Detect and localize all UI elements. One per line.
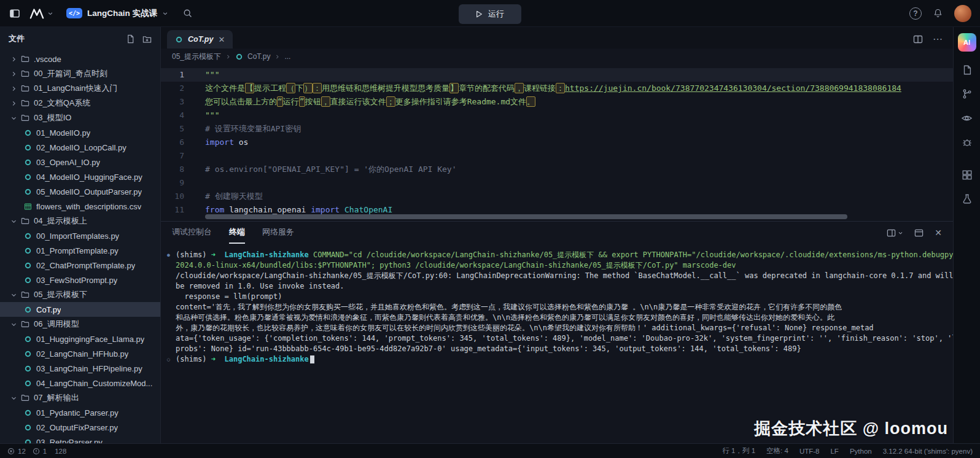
chevron-down-icon — [10, 319, 18, 329]
new-folder-icon[interactable] — [142, 34, 152, 44]
status-item[interactable]: Python — [850, 448, 872, 455]
line-number: 9 — [161, 176, 193, 190]
horizontal-scrollbar[interactable] — [205, 214, 847, 219]
project-selector[interactable]: </> LangChain 实战课 — [66, 8, 168, 19]
tree-file-item[interactable]: 02_ModelIO_LoopCall.py — [0, 140, 160, 155]
breadcrumb-item[interactable]: 05_提示模板下 — [172, 52, 221, 62]
notifications-bell-icon[interactable] — [933, 8, 943, 18]
status-item[interactable]: UTF-8 — [799, 448, 820, 455]
terminal-output[interactable]: ●(shims) ➜ LangChain-shizhanke COMMAND="… — [161, 244, 953, 443]
debug-bug-icon[interactable] — [962, 137, 973, 148]
git-branch-icon[interactable] — [962, 88, 973, 99]
status-item[interactable]: 3.12.2 64-bit ('shims': pyenv) — [883, 448, 973, 455]
panel-tabs: 调试控制台终端网络服务 — [172, 222, 294, 244]
help-icon[interactable]: ? — [909, 7, 922, 20]
tree-file-item[interactable]: 03_LangChain_HFPipeline.py — [0, 361, 160, 376]
split-editor-icon[interactable] — [913, 34, 923, 44]
tree-file-item[interactable]: 01_Pydantic_Parser.py — [0, 405, 160, 420]
toggle-sidebar-icon[interactable] — [9, 7, 21, 20]
file-name: 02_OutputFixParser.py — [36, 423, 118, 432]
maximize-panel-icon[interactable] — [914, 228, 924, 238]
tree-file-item[interactable]: 02_ChatPromptTemplate.py — [0, 258, 160, 273]
code-line[interactable]: 3您可以点击最上方的“运行”按钮，直接运行该文件；更多操作指引请参考Readme… — [161, 95, 953, 109]
search-icon[interactable] — [182, 8, 193, 18]
status-item[interactable]: 空格: 4 — [766, 446, 788, 456]
tree-folder-item[interactable]: 06_调用模型 — [0, 317, 160, 332]
panel-tab[interactable]: 网络服务 — [262, 222, 294, 244]
folder-icon — [20, 216, 30, 226]
panel-tab[interactable]: 调试控制台 — [172, 222, 212, 244]
play-icon — [476, 10, 483, 18]
terminal-line: ●(shims) ➜ LangChain-shizhanke COMMAND="… — [167, 250, 948, 260]
tree-file-item[interactable]: flowers_with_descriptions.csv — [0, 199, 160, 214]
breadcrumb-item[interactable]: ... — [284, 52, 290, 61]
python-file-icon — [23, 334, 33, 344]
code-line[interactable]: 6import os — [161, 136, 953, 149]
top-bar: </> LangChain 实战课 运行 ? — [0, 0, 980, 27]
tree-file-item[interactable]: 05_ModelIO_OutputParser.py — [0, 184, 160, 199]
close-tab-icon[interactable]: ✕ — [218, 36, 225, 44]
tree-folder-item[interactable]: 03_模型IO — [0, 111, 160, 125]
tree-file-item[interactable]: 03_FewShotPrompt.py — [0, 273, 160, 287]
code-line[interactable]: 5# 设置环境变量和API密钥 — [161, 122, 953, 136]
chevron-down-icon — [10, 393, 18, 403]
chevron-right-icon — [274, 54, 280, 60]
tree-file-item[interactable]: 00_ImportTemplates.py — [0, 228, 160, 243]
panel-layout-icon[interactable] — [887, 228, 903, 238]
tree-file-item[interactable]: 02_LangChain_HFHub.py — [0, 346, 160, 361]
tree-file-item[interactable]: 02_OutputFixParser.py — [0, 420, 160, 435]
tree-folder-item[interactable]: 02_文档QA系统 — [0, 96, 160, 111]
code-line[interactable]: 4""" — [161, 109, 953, 122]
tree-folder-item[interactable]: 07_解析输出 — [0, 390, 160, 405]
tree-file-item[interactable]: 04_LangChain_CustomizeMod... — [0, 376, 160, 390]
extensions-icon[interactable] — [962, 169, 973, 180]
watermark-text: 掘金技术社区 @ loomou — [754, 417, 948, 440]
terminal-line: ata={'token_usage': {'completion_tokens'… — [167, 333, 948, 344]
tree-folder-item[interactable]: 01_LangChain快速入门 — [0, 81, 160, 96]
breadcrumb-item[interactable]: CoT.py — [247, 52, 270, 61]
tree-folder-item[interactable]: 04_提示模板上 — [0, 214, 160, 228]
code-editor[interactable]: 1"""2这个文件是【提示工程（下）：用思维链和思维树提升模型思考质量】章节的配… — [161, 64, 953, 221]
folder-icon — [20, 290, 30, 300]
file-explorer-sidebar: 文件 .vscode00_开篇词_奇点时刻01_LangChain快速入门02_… — [0, 27, 161, 443]
test-flask-icon[interactable] — [962, 193, 973, 204]
code-line[interactable]: 7 — [161, 149, 953, 163]
tree-file-item[interactable]: 03_OpenAI_IO.py — [0, 155, 160, 169]
user-avatar[interactable] — [954, 5, 971, 22]
tree-file-item[interactable]: CoT.py — [0, 302, 160, 317]
ai-assistant-icon[interactable]: AI — [958, 33, 976, 52]
activity-bar: AI — [953, 27, 980, 443]
status-item[interactable]: 行 1，列 1 — [722, 446, 755, 456]
panel-tab[interactable]: 终端 — [229, 222, 245, 244]
tree-folder-item[interactable]: 00_开篇词_奇点时刻 — [0, 66, 160, 81]
tree-folder-item[interactable]: .vscode — [0, 52, 160, 66]
tree-file-item[interactable]: 01_ModelIO.py — [0, 125, 160, 140]
problems-indicator[interactable]: 12 1 128 — [7, 448, 66, 455]
warning-count: 1 — [43, 448, 47, 455]
more-actions-icon[interactable]: ⋯ — [933, 33, 943, 45]
editor-tab[interactable]: CoT.py ✕ — [167, 30, 233, 49]
file-name: 03_FewShotPrompt.py — [36, 276, 117, 285]
code-line[interactable]: 1""" — [161, 68, 953, 82]
code-line[interactable]: 9 — [161, 176, 953, 190]
chevron-down-icon — [10, 290, 18, 300]
code-line[interactable]: 10# 创建聊天模型 — [161, 190, 953, 203]
tree-file-item[interactable]: 01_PromptTemplate.py — [0, 243, 160, 258]
status-item[interactable]: LF — [830, 448, 838, 455]
app-logo[interactable] — [29, 7, 53, 20]
code-line[interactable]: 8# os.environ["OPENAI_API_KEY"] = '你的Ope… — [161, 163, 953, 176]
tree-file-item[interactable]: 01_HuggingingFace_Llama.py — [0, 332, 160, 346]
file-name: 07_解析输出 — [34, 392, 79, 403]
tree-file-item[interactable]: 04_ModelIO_HuggingFace.py — [0, 169, 160, 184]
run-button[interactable]: 运行 — [459, 4, 521, 24]
files-icon[interactable] — [962, 64, 973, 76]
line-number: 11 — [161, 203, 193, 217]
file-name: CoT.py — [36, 305, 61, 314]
tree-file-item[interactable]: 03_RetryParser.py — [0, 435, 160, 443]
close-panel-icon[interactable]: ✕ — [935, 228, 942, 238]
new-file-icon[interactable] — [126, 34, 135, 44]
preview-eye-icon[interactable] — [961, 112, 973, 124]
folder-icon — [20, 319, 30, 329]
tree-folder-item[interactable]: 05_提示模板下 — [0, 287, 160, 302]
code-line[interactable]: 2这个文件是【提示工程（下）：用思维链和思维树提升模型思考质量】章节的配套代码，… — [161, 82, 953, 95]
